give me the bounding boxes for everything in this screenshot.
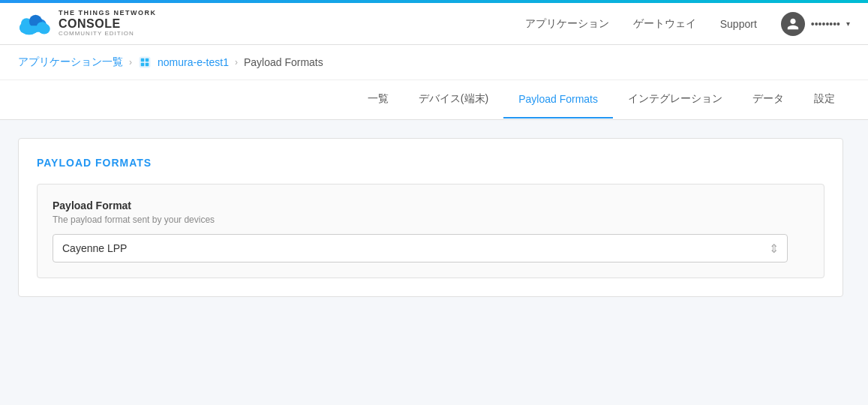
svg-rect-8 xyxy=(140,57,151,68)
payload-format-card: Payload Format The payload format sent b… xyxy=(37,184,824,278)
logo-edition-label: COMMUNITY EDITION xyxy=(59,31,157,38)
tab-integrations[interactable]: インテグレーション xyxy=(613,80,737,119)
tab-devices[interactable]: デバイス(端末) xyxy=(404,80,503,119)
section-title: PAYLOAD FORMATS xyxy=(37,157,824,169)
svg-rect-10 xyxy=(146,58,149,62)
logo-network-label: THE THINGS NETWORK xyxy=(59,10,157,17)
svg-rect-12 xyxy=(146,63,149,67)
user-menu[interactable]: •••••••• ▾ xyxy=(781,12,850,36)
nav-support[interactable]: Support xyxy=(720,18,757,30)
breadcrumb-current: Payload Formats xyxy=(244,56,323,68)
cloud-logo-icon xyxy=(18,13,51,35)
breadcrumb: アプリケーション一覧 › nomura-e-test1 › Payload Fo… xyxy=(0,45,868,80)
svg-rect-7 xyxy=(21,26,46,32)
field-label: Payload Format xyxy=(53,200,809,212)
tab-payload-formats[interactable]: Payload Formats xyxy=(503,81,613,118)
breadcrumb-sep-2: › xyxy=(235,57,238,68)
nav-applications[interactable]: アプリケーション xyxy=(525,17,609,31)
app-icon xyxy=(138,56,152,69)
field-description: The payload format sent by your devices xyxy=(53,214,809,225)
svg-rect-9 xyxy=(141,58,145,62)
tab-list[interactable]: 一覧 xyxy=(353,80,404,119)
logo: THE THINGS NETWORK CONSOLE COMMUNITY EDI… xyxy=(18,10,157,37)
content-card: PAYLOAD FORMATS Payload Format The paylo… xyxy=(18,138,843,297)
format-select[interactable]: None Cayenne LPP Custom Javascript Forma… xyxy=(53,234,788,262)
nav-gateway[interactable]: ゲートウェイ xyxy=(633,17,696,31)
format-select-wrapper: None Cayenne LPP Custom Javascript Forma… xyxy=(53,234,788,262)
main-content: PAYLOAD FORMATS Payload Format The paylo… xyxy=(0,120,868,405)
header: THE THINGS NETWORK CONSOLE COMMUNITY EDI… xyxy=(0,3,868,45)
chevron-down-icon: ▾ xyxy=(846,20,850,28)
breadcrumb-app[interactable]: nomura-e-test1 xyxy=(158,56,229,68)
logo-text: THE THINGS NETWORK CONSOLE COMMUNITY EDI… xyxy=(59,10,157,37)
avatar xyxy=(781,12,805,36)
username-label: •••••••• xyxy=(811,18,840,30)
tab-settings[interactable]: 設定 xyxy=(799,80,850,119)
tab-nav: 一覧 デバイス(端末) Payload Formats インテグレーション デー… xyxy=(0,80,868,120)
logo-console-label: CONSOLE xyxy=(59,17,157,31)
svg-rect-11 xyxy=(141,63,145,67)
breadcrumb-sep-1: › xyxy=(129,57,132,68)
tab-data[interactable]: データ xyxy=(737,80,799,119)
header-nav: アプリケーション ゲートウェイ Support xyxy=(525,17,757,31)
breadcrumb-home[interactable]: アプリケーション一覧 xyxy=(18,56,123,69)
